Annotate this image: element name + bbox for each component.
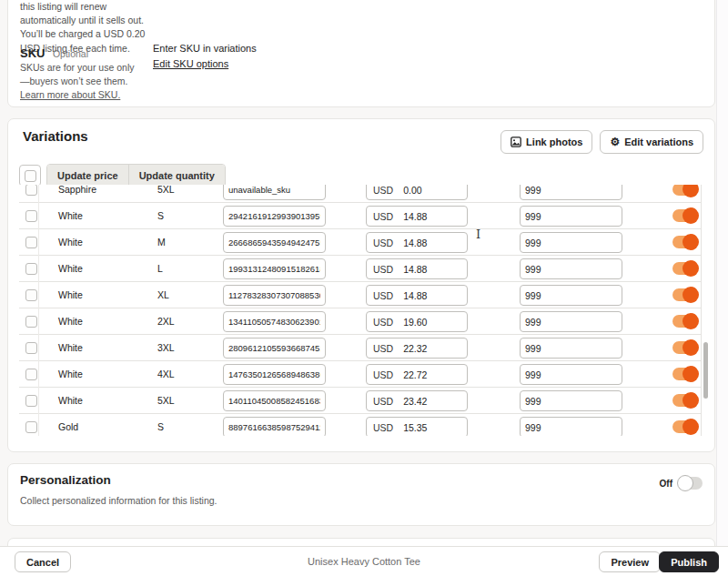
variation-visibility-toggle[interactable] [672,209,696,222]
row-checkbox[interactable] [25,289,37,301]
variation-visibility-toggle[interactable] [672,315,696,328]
price-input[interactable]: USD 23.42 [366,390,468,411]
quantity-input[interactable] [520,206,622,227]
price-value: 22.32 [403,343,427,354]
variation-visibility-toggle[interactable] [672,236,696,248]
personalization-toggle-wrap: Off [660,477,703,490]
variation-size: S [157,414,164,436]
currency-label: USD [373,396,393,407]
sku-input[interactable] [223,364,326,385]
toggle-knob [682,339,699,356]
sku-help-body: SKUs are for your use only—buyers won’t … [20,62,134,86]
variation-visibility-toggle[interactable] [672,262,696,275]
table-scrollbar-thumb[interactable] [703,342,708,399]
variation-size: L [157,256,163,281]
price-input[interactable]: USD 22.32 [366,338,468,359]
table-row: White 2XL USD 19.60 [19,308,701,335]
row-checkbox[interactable] [25,369,37,380]
variations-card: Variations Link photos ⚙ Edit variations… [7,118,715,452]
variations-rows: Sapphire 5XL USD 0.00 White S USD 14.88 … [19,185,701,436]
edit-variations-label: Edit variations [624,136,693,147]
quantity-input[interactable] [520,311,622,332]
price-input[interactable]: USD 22.72 [366,364,468,385]
preview-button[interactable]: Preview [599,551,661,572]
variation-visibility-toggle[interactable] [672,420,696,433]
variation-color: White [58,203,83,228]
price-input[interactable]: USD 19.60 [366,311,468,332]
toggle-knob [682,287,699,303]
row-checkbox[interactable] [25,342,37,354]
quantity-input[interactable] [520,417,622,436]
price-input[interactable]: USD 14.88 [366,206,468,227]
toggle-knob [682,185,699,197]
sku-section-header: SKU Optional [20,45,88,61]
variation-size: 5XL [157,185,175,202]
variation-size: 3XL [157,335,175,360]
quantity-input[interactable] [520,185,622,200]
sku-input[interactable] [223,258,326,279]
sku-input[interactable] [223,185,326,200]
select-all-checkbox[interactable] [19,165,41,187]
variations-table[interactable]: Sapphire 5XL USD 0.00 White S USD 14.88 … [19,185,702,436]
sku-input[interactable] [223,417,326,436]
sku-input[interactable] [223,232,326,253]
sku-input[interactable] [223,338,326,359]
price-input[interactable]: USD 0.00 [366,185,468,200]
edit-variations-button[interactable]: ⚙ Edit variations [600,130,703,154]
toggle-knob [682,234,699,250]
price-input[interactable]: USD 14.88 [366,232,468,253]
row-checkbox[interactable] [25,210,37,222]
quantity-input[interactable] [520,390,622,411]
link-photos-button[interactable]: Link photos [500,130,592,154]
quantity-input[interactable] [520,258,622,279]
quantity-input[interactable] [520,232,622,253]
publish-button[interactable]: Publish [659,551,719,572]
sku-input[interactable] [223,285,326,306]
currency-label: USD [373,290,393,301]
row-checkbox[interactable] [25,395,37,407]
row-checkbox[interactable] [25,237,37,248]
toggle-knob [682,207,699,224]
currency-label: USD [373,343,393,354]
variation-visibility-toggle[interactable] [672,368,696,380]
link-photos-label: Link photos [526,136,582,147]
price-input[interactable]: USD 14.88 [366,258,468,279]
quantity-input[interactable] [520,364,622,385]
page-scrollbar[interactable] [716,0,728,546]
cancel-button[interactable]: Cancel [15,551,71,572]
quantity-input[interactable] [520,285,622,306]
variation-color: Sapphire [58,185,96,202]
toggle-knob [682,392,699,409]
currency-label: USD [373,185,393,196]
row-checkbox[interactable] [25,316,37,328]
variation-visibility-toggle[interactable] [672,288,696,301]
row-checkbox[interactable] [25,263,37,275]
sku-input[interactable] [223,390,326,411]
variation-color: White [58,388,83,413]
edit-sku-options-link[interactable]: Edit SKU options [153,58,228,69]
price-input[interactable]: USD 14.88 [366,285,468,306]
row-checkbox[interactable] [25,421,37,433]
row-checkbox[interactable] [25,185,37,196]
personalization-toggle[interactable] [679,477,703,490]
variation-visibility-toggle[interactable] [672,185,696,196]
variation-visibility-toggle[interactable] [672,341,696,354]
currency-label: USD [373,237,393,248]
variation-visibility-toggle[interactable] [672,394,696,407]
update-quantity-button[interactable]: Update quantity [128,165,225,187]
variations-header-buttons: Link photos ⚙ Edit variations [500,130,703,154]
quantity-input[interactable] [520,338,622,359]
sku-input[interactable] [223,311,326,332]
toggle-knob [682,419,699,435]
table-row: Sapphire 5XL USD 0.00 [19,185,701,203]
sku-input[interactable] [223,206,326,227]
variation-size: 4XL [157,361,175,387]
currency-label: USD [373,317,393,328]
update-price-button[interactable]: Update price [47,165,128,187]
toggle-knob [677,475,693,491]
price-input[interactable]: USD 15.35 [366,417,468,436]
price-value: 14.88 [403,237,427,248]
currency-label: USD [373,422,393,433]
personalization-title: Personalization [20,473,111,487]
learn-more-sku-link[interactable]: Learn more about SKU. [20,89,120,100]
